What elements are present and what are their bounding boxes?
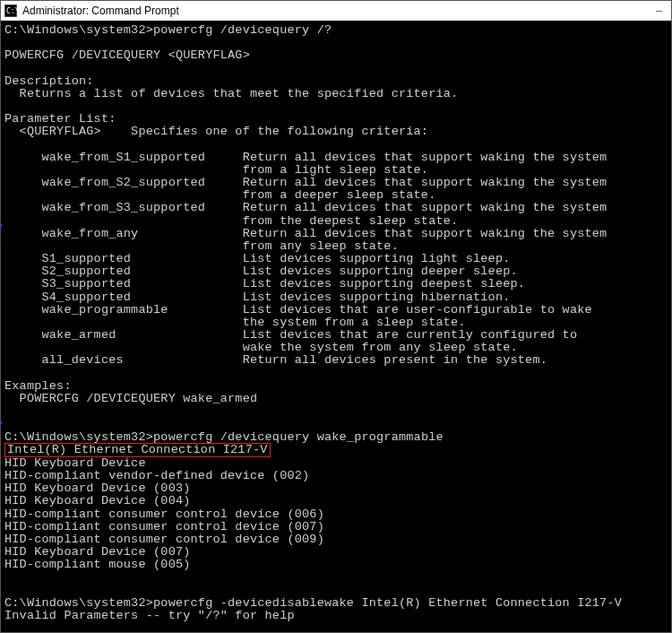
error-line: Invalid Parameters -- try "/?" for help xyxy=(4,609,295,622)
description-body: Returns a list of devices that meet the … xyxy=(4,87,458,100)
window-title: Administrator: Command Prompt xyxy=(22,4,179,17)
description-header: Description: xyxy=(4,74,94,88)
window-titlebar: C:\ Administrator: Command Prompt ─ xyxy=(1,1,671,21)
flags-list: wake_from_S1_supported Return all device… xyxy=(4,151,607,368)
command-text: powercfg /devicequery wake_programmable xyxy=(153,430,444,444)
parameter-header: Parameter List: xyxy=(4,112,116,126)
examples-body: POWERCFG /DEVICEQUERY wake_armed xyxy=(4,392,257,405)
titlebar-left: C:\ Administrator: Command Prompt xyxy=(4,4,179,17)
cmd-icon: C:\ xyxy=(4,4,17,17)
command-text: powercfg -devicedisablewake Intel(R) Eth… xyxy=(153,596,622,610)
command-text: powercfg /devicequery /? xyxy=(153,23,332,37)
minimize-button[interactable]: ─ xyxy=(654,6,664,16)
side-accent xyxy=(0,421,2,424)
prompt-path: C:\Windows\system32> xyxy=(4,23,153,37)
parameter-intro: <QUERYFLAG> Specifies one of the followi… xyxy=(4,125,428,138)
examples-header: Examples: xyxy=(4,379,72,393)
highlighted-device: Intel(R) Ethernet Connection I217-V xyxy=(4,443,271,457)
side-accent xyxy=(0,224,2,227)
prompt-path: C:\Windows\system32> xyxy=(4,430,153,444)
svg-text:C:\: C:\ xyxy=(6,7,17,15)
terminal-output[interactable]: C:\Windows\system32>powercfg /devicequer… xyxy=(1,21,671,633)
device-list: HID Keyboard Device HID-compliant vendor… xyxy=(4,456,324,571)
window-controls: ─ xyxy=(654,6,668,16)
usage-line: POWERCFG /DEVICEQUERY <QUERYFLAG> xyxy=(4,48,250,62)
prompt-path: C:\Windows\system32> xyxy=(4,596,153,610)
